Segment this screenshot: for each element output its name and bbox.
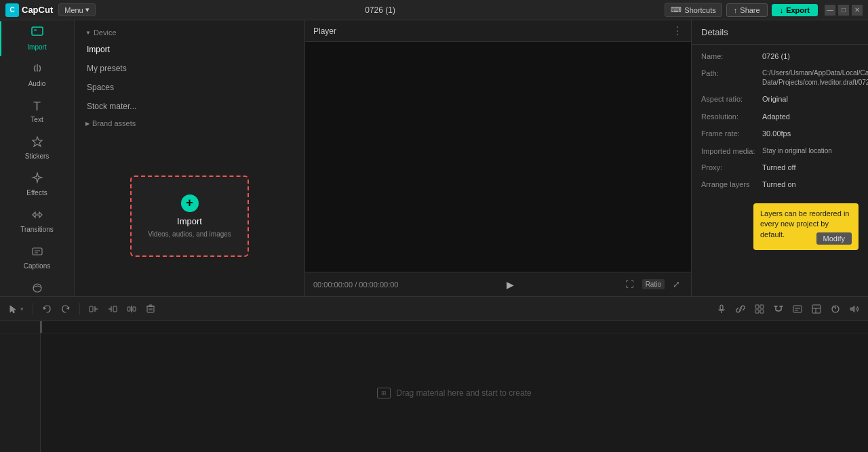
player-time-total: 00:00:00:00 <box>359 281 398 289</box>
split-start-button[interactable] <box>85 302 102 316</box>
maximize-button[interactable]: □ <box>838 5 849 16</box>
tl-sep-1 <box>33 303 33 315</box>
caption-detect-button[interactable] <box>789 302 806 316</box>
sidebar-item-my-presets[interactable]: My presets <box>80 60 299 77</box>
ratio-badge[interactable]: Ratio <box>642 279 665 289</box>
import-drop-area: + Import Videos, audios, and images <box>75 136 304 296</box>
volume-button[interactable] <box>846 302 863 316</box>
sidebar-item-import[interactable]: Import <box>80 41 299 58</box>
drag-hint-icon: ⊞ <box>377 388 391 398</box>
device-section: ▼ Device <box>80 26 299 39</box>
top-bar: C CapCut Menu ▾ 0726 (1) ⌨ Shortcuts ↑ S… <box>0 0 868 20</box>
details-header: Details <box>692 20 868 45</box>
detail-value-proxy: Turned off <box>762 163 859 173</box>
svg-rect-24 <box>149 305 152 306</box>
sidebar-nav: ▼ Device Import My presets Spaces Stock … <box>75 20 304 136</box>
fullscreen-icon[interactable]: ⛶ <box>623 278 637 291</box>
svg-rect-3 <box>33 248 42 255</box>
toolbar-item-import[interactable]: Import <box>0 21 74 56</box>
toolbar-label-effects: Effects <box>26 189 47 197</box>
magnet-button[interactable] <box>770 302 787 316</box>
detail-row-path: Path: C:/Users/Usman/AppData/Local/CapCu… <box>701 68 859 87</box>
detail-label-name: Name: <box>701 52 762 62</box>
svg-rect-37 <box>812 305 821 313</box>
detail-row-name: Name: 0726 (1) <box>701 52 859 62</box>
svg-rect-10 <box>90 306 93 312</box>
svg-rect-28 <box>755 305 759 308</box>
mic-button[interactable] <box>713 302 730 316</box>
top-right-controls: ⌨ Shortcuts ↑ Share ↓ Export — □ ✕ <box>665 3 863 17</box>
filters-icon <box>31 282 43 296</box>
redo-button[interactable] <box>58 302 74 316</box>
close-button[interactable]: ✕ <box>852 5 863 16</box>
grid-button[interactable] <box>751 302 768 316</box>
split-button[interactable] <box>123 302 140 316</box>
share-button[interactable]: ↑ Share <box>726 3 768 17</box>
toolbar-label-stickers: Stickers <box>25 152 50 160</box>
undo-ring-button[interactable] <box>827 302 844 316</box>
import-icon <box>31 26 43 41</box>
details-panel: Details Name: 0726 (1) Path: C:/Users/Us… <box>692 20 868 296</box>
timeline-empty-state: ⊞ Drag material here and start to create <box>41 333 868 452</box>
modify-button[interactable]: Modify <box>816 232 852 245</box>
layers-tooltip: Layers can be reordered in every new pro… <box>753 203 859 250</box>
detail-row-proxy: Proxy: Turned off <box>701 163 859 173</box>
toolbar-item-text[interactable]: T Text <box>0 94 74 129</box>
sidebar-item-spaces[interactable]: Spaces <box>80 79 299 96</box>
svg-rect-0 <box>32 27 43 35</box>
toolbar-item-captions[interactable]: Captions <box>0 240 74 275</box>
import-label: Import <box>177 216 202 226</box>
project-title: 0726 (1) <box>101 5 660 15</box>
toolbar-item-transitions[interactable]: Transitions <box>0 203 74 239</box>
undo-button[interactable] <box>39 302 55 316</box>
detail-label-aspect: Aspect ratio: <box>701 94 762 104</box>
timeline-content-area: ⊞ Drag material here and start to create <box>0 321 868 452</box>
main-area: Import Audio T Text Stickers Effects <box>0 20 868 296</box>
split-end-button[interactable] <box>104 302 121 316</box>
toolbar-item-filters[interactable]: Filters <box>0 276 74 296</box>
toolbar-label-captions: Captions <box>24 262 50 270</box>
sidebar-item-stock-material[interactable]: Stock mater... <box>80 98 299 115</box>
detail-row-arrange-layers: Arrange layers Turned on <box>701 180 859 190</box>
effects-icon <box>31 172 43 187</box>
toolbar-item-stickers[interactable]: Stickers <box>0 130 74 165</box>
export-button[interactable]: ↓ Export <box>772 4 818 16</box>
toolbar-item-audio[interactable]: Audio <box>0 58 74 93</box>
audio-icon <box>31 63 43 78</box>
left-toolbar: Import Audio T Text Stickers Effects <box>0 20 75 296</box>
layout-button[interactable] <box>808 302 825 316</box>
toolbar-item-effects[interactable]: Effects <box>0 167 74 202</box>
player-time-current: 00:00:00:00 <box>313 281 353 289</box>
shortcuts-icon: ⌨ <box>671 5 682 14</box>
menu-button[interactable]: Menu ▾ <box>58 3 96 16</box>
detail-value-framerate: 30.00fps <box>762 129 859 139</box>
delete-button[interactable] <box>142 302 159 316</box>
expand-icon[interactable]: ⤢ <box>670 278 683 291</box>
minimize-button[interactable]: — <box>825 5 835 16</box>
detail-value-arrange-layers: Turned on <box>762 180 859 190</box>
detail-label-resolution: Resolution: <box>701 112 762 122</box>
timeline-area: ▾ <box>0 296 868 452</box>
svg-line-27 <box>739 308 742 310</box>
detail-label-framerate: Frame rate: <box>701 129 762 139</box>
shortcuts-button[interactable]: ⌨ Shortcuts <box>665 3 722 17</box>
import-button[interactable]: + Import Videos, audios, and images <box>130 176 249 257</box>
device-arrow: ▼ <box>85 30 91 36</box>
svg-rect-29 <box>760 305 764 308</box>
player-menu-icon[interactable]: ⋮ <box>672 24 683 37</box>
text-icon: T <box>33 100 41 114</box>
device-label: Device <box>94 28 117 37</box>
brand-assets-section: ▶ Brand assets <box>80 117 299 130</box>
svg-rect-17 <box>127 307 130 311</box>
timeline-toolbar: ▾ <box>0 297 868 321</box>
detail-label-proxy: Proxy: <box>701 163 762 173</box>
player-header: Player ⋮ <box>305 20 691 42</box>
play-button[interactable]: ▶ <box>507 279 514 290</box>
import-sub-label: Videos, audios, and images <box>148 230 231 238</box>
cursor-tool[interactable]: ▾ <box>5 302 27 316</box>
import-plus-icon: + <box>181 194 199 212</box>
link-button[interactable] <box>732 302 749 316</box>
detail-row-resolution: Resolution: Adapted <box>701 112 859 122</box>
timeline-track-labels <box>0 321 41 452</box>
toolbar-label-import: Import <box>27 43 46 51</box>
